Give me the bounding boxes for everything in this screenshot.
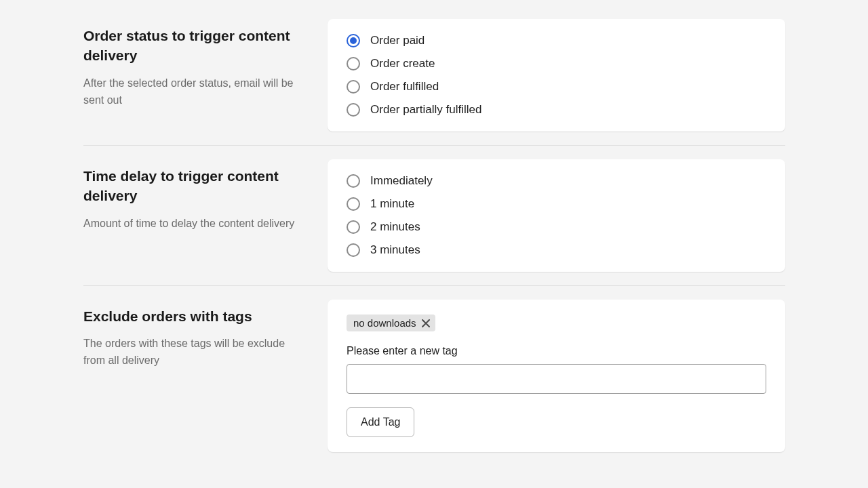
- section-label: Exclude orders with tags The orders with…: [83, 300, 328, 452]
- radio-label: Order create: [370, 57, 435, 70]
- tag-input-label: Please enter a new tag: [347, 345, 766, 357]
- add-tag-button[interactable]: Add Tag: [347, 407, 414, 437]
- order-status-card: Order paid Order create Order fulfilled …: [328, 19, 785, 131]
- radio-icon: [347, 34, 360, 47]
- order-status-radio-group: Order paid Order create Order fulfilled …: [347, 34, 766, 117]
- tag-remove-button[interactable]: [422, 319, 430, 327]
- radio-label: Immediately: [370, 174, 433, 188]
- section-title: Exclude orders with tags: [83, 306, 307, 326]
- section-label: Time delay to trigger content delivery A…: [83, 159, 328, 272]
- section-desc: Amount of time to delay the content deli…: [83, 216, 307, 232]
- radio-order-fulfilled[interactable]: Order fulfilled: [347, 80, 766, 94]
- radio-order-create[interactable]: Order create: [347, 57, 766, 70]
- radio-order-partially-fulfilled[interactable]: Order partially fulfilled: [347, 103, 766, 117]
- radio-order-paid[interactable]: Order paid: [347, 34, 766, 47]
- radio-1-minute[interactable]: 1 minute: [347, 197, 766, 211]
- section-exclude-tags: Exclude orders with tags The orders with…: [83, 285, 785, 466]
- radio-label: Order fulfilled: [370, 80, 439, 94]
- radio-2-minutes[interactable]: 2 minutes: [347, 220, 766, 234]
- radio-icon: [347, 243, 360, 257]
- radio-label: Order partially fulfilled: [370, 103, 481, 117]
- section-label: Order status to trigger content delivery…: [83, 19, 328, 131]
- tag-chip: no downloads: [347, 314, 435, 331]
- radio-icon: [347, 174, 360, 188]
- time-delay-radio-group: Immediately 1 minute 2 minutes 3 minutes: [347, 174, 766, 257]
- exclude-tags-card: no downloads Please enter a new tag Add …: [328, 300, 785, 452]
- section-title: Time delay to trigger content delivery: [83, 166, 307, 206]
- radio-label: 3 minutes: [370, 243, 420, 257]
- radio-label: 1 minute: [370, 197, 414, 211]
- section-desc: The orders with these tags will be exclu…: [83, 336, 307, 369]
- tag-input[interactable]: [347, 364, 766, 394]
- radio-icon: [347, 103, 360, 117]
- radio-icon: [347, 80, 360, 94]
- radio-icon: [347, 220, 360, 234]
- section-time-delay: Time delay to trigger content delivery A…: [83, 145, 785, 285]
- section-desc: After the selected order status, email w…: [83, 75, 307, 109]
- time-delay-card: Immediately 1 minute 2 minutes 3 minutes: [328, 159, 785, 272]
- radio-3-minutes[interactable]: 3 minutes: [347, 243, 766, 257]
- radio-icon: [347, 197, 360, 211]
- radio-immediately[interactable]: Immediately: [347, 174, 766, 188]
- section-order-status: Order status to trigger content delivery…: [83, 5, 785, 145]
- tag-chip-label: no downloads: [353, 317, 416, 329]
- radio-icon: [347, 57, 360, 70]
- section-title: Order status to trigger content delivery: [83, 26, 307, 66]
- close-icon: [422, 319, 430, 327]
- radio-label: 2 minutes: [370, 220, 420, 234]
- radio-label: Order paid: [370, 34, 425, 47]
